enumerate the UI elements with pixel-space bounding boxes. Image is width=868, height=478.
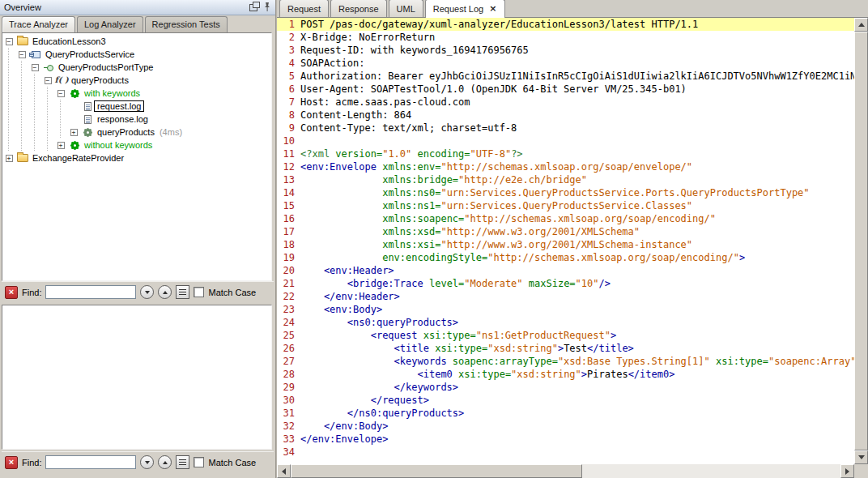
tree-item-queryproducts[interactable]: −f( )queryProducts	[2, 74, 271, 87]
tree-item-queryproductsservice[interactable]: −QueryProductsService	[2, 48, 271, 61]
line-number: 16	[277, 212, 300, 225]
line-number: 29	[277, 381, 300, 394]
tree-item-label[interactable]: queryProducts	[69, 75, 131, 85]
find-input[interactable]	[45, 455, 136, 469]
chevron-up-icon	[163, 291, 168, 294]
highlight-all-button[interactable]	[176, 455, 189, 469]
document-tab-bar: RequestResponseUMLRequest Log×	[277, 0, 868, 18]
toggle-cell: −	[54, 87, 67, 100]
collapse-icon[interactable]: −	[6, 38, 13, 45]
collapse-icon[interactable]: −	[32, 64, 39, 71]
code-editor[interactable]: 1POST /pas-doc/gateway/xuml-analyzer/Edu…	[277, 18, 854, 464]
tree-item-label[interactable]: QueryProductsPortType	[56, 62, 155, 72]
tree-item-without-keywords[interactable]: +without keywords	[2, 139, 271, 152]
code-line: 1POST /pas-doc/gateway/xuml-analyzer/Edu…	[277, 18, 854, 31]
highlight-all-button[interactable]	[176, 285, 189, 299]
tree-item-label[interactable]: with keywords	[82, 88, 143, 98]
match-case-label: Match Case	[208, 458, 256, 467]
code-line: 14 xmlns:ns0="urn:Services.QueryProducts…	[277, 186, 854, 199]
find-prev-button[interactable]	[158, 285, 172, 299]
find-next-button[interactable]	[140, 285, 154, 299]
horizontal-scrollbar[interactable]	[277, 464, 854, 478]
tree-item-educationlesson3[interactable]: −EducationLesson3	[2, 35, 271, 48]
expand-icon[interactable]: +	[57, 142, 65, 149]
toggle-cell: +	[67, 126, 80, 139]
close-icon[interactable]: ×	[488, 5, 497, 13]
tree-item-label[interactable]: without keywords	[82, 140, 155, 150]
code-line: 9Content-Type: text/xml; charset=utf-8	[277, 122, 854, 134]
tree-item-label[interactable]: EducationLesson3	[30, 36, 108, 46]
tab-label: UML	[397, 4, 415, 14]
duration-badge: (4ms)	[160, 127, 182, 137]
overview-panel: Overview Trace AnalyzerLog AnalyzerRegre…	[0, 0, 275, 478]
tree-guide	[54, 126, 67, 139]
float-window-icon[interactable]	[249, 4, 257, 11]
collapse-icon[interactable]: −	[19, 51, 26, 58]
tree-item-queryproductsporttype[interactable]: −QueryProductsPortType	[2, 61, 271, 74]
tree-item-label[interactable]: response.log	[95, 114, 151, 124]
tree-item-queryproducts[interactable]: +queryProducts(4ms)	[2, 126, 271, 139]
collapse-icon[interactable]: −	[45, 77, 52, 84]
tab-label: Response	[338, 4, 379, 14]
tree-item-exchangerateprovider[interactable]: +ExchangeRateProvider	[2, 152, 271, 164]
tree-item-label[interactable]: queryProducts	[95, 127, 157, 137]
vertical-scroll-thumb[interactable]	[854, 32, 868, 450]
toggle-cell	[67, 113, 80, 126]
line-number: 24	[277, 316, 300, 329]
close-find-icon[interactable]	[5, 456, 18, 469]
tab-log-analyzer[interactable]: Log Analyzer	[77, 16, 143, 32]
expand-icon[interactable]: +	[6, 155, 13, 162]
scroll-left-button[interactable]	[277, 464, 291, 478]
code-line: 27 <keywords soapenc:arrayType="xsd:Base…	[277, 355, 854, 368]
tree-guide	[15, 139, 28, 152]
scroll-up-button[interactable]	[854, 18, 868, 32]
left-tab-bar: Trace AnalyzerLog AnalyzerRegression Tes…	[2, 15, 274, 32]
close-find-icon[interactable]	[5, 286, 18, 299]
log-file-icon	[84, 115, 91, 124]
match-case-checkbox[interactable]	[194, 287, 204, 297]
activity-gear-icon	[71, 90, 79, 97]
horizontal-scroll-thumb[interactable]	[291, 464, 582, 478]
code-line: 17 xmlns:xsd="http://www.w3.org/2001/XML…	[277, 225, 854, 238]
line-number: 26	[277, 342, 300, 355]
line-number: 1	[277, 18, 300, 31]
tab-request-log[interactable]: Request Log×	[425, 0, 506, 18]
tab-trace-analyzer[interactable]: Trace Analyzer	[2, 16, 75, 32]
find-input[interactable]	[45, 285, 136, 299]
tab-uml[interactable]: UML	[389, 0, 423, 17]
tab-regression-tests[interactable]: Regression Tests	[145, 16, 228, 32]
line-number: 34	[277, 446, 300, 459]
line-content: </ns0:queryProducts>	[300, 407, 854, 420]
tree-guide	[28, 74, 41, 87]
scroll-right-button[interactable]	[840, 464, 854, 478]
match-case-checkbox[interactable]	[194, 457, 204, 467]
tree-item-label[interactable]: ExchangeRateProvider	[30, 153, 126, 163]
expand-icon[interactable]: +	[70, 129, 78, 136]
tab-request[interactable]: Request	[279, 0, 329, 17]
code-line: 10	[277, 134, 854, 147]
tab-response[interactable]: Response	[330, 0, 387, 17]
tree-item-request-log[interactable]: request.log	[2, 100, 271, 113]
code-line: 20 <env:Header>	[277, 264, 854, 277]
pin-icon[interactable]	[263, 2, 271, 14]
arrow-down-icon	[858, 455, 865, 459]
tree-guide	[41, 87, 54, 100]
find-next-button[interactable]	[140, 455, 154, 469]
toggle-cell: −	[28, 61, 41, 74]
line-number: 25	[277, 329, 300, 342]
vertical-scrollbar[interactable]	[854, 18, 868, 464]
collapse-icon[interactable]: −	[57, 90, 65, 97]
code-line: 8Content-Length: 864	[277, 109, 854, 122]
tree-item-with-keywords[interactable]: −with keywords	[2, 87, 271, 100]
line-number: 12	[277, 160, 300, 173]
line-number: 30	[277, 394, 300, 407]
tree-item-response-log[interactable]: response.log	[2, 113, 271, 126]
tree-item-label[interactable]: request.log	[95, 101, 143, 111]
tree-item-label[interactable]: QueryProductsService	[43, 49, 137, 59]
icon-cell	[15, 152, 30, 164]
find-prev-button[interactable]	[158, 455, 172, 469]
scroll-down-button[interactable]	[854, 450, 868, 464]
scrollbar-corner	[854, 464, 868, 478]
toggle-cell: −	[2, 35, 15, 48]
tree-guide	[41, 126, 54, 139]
